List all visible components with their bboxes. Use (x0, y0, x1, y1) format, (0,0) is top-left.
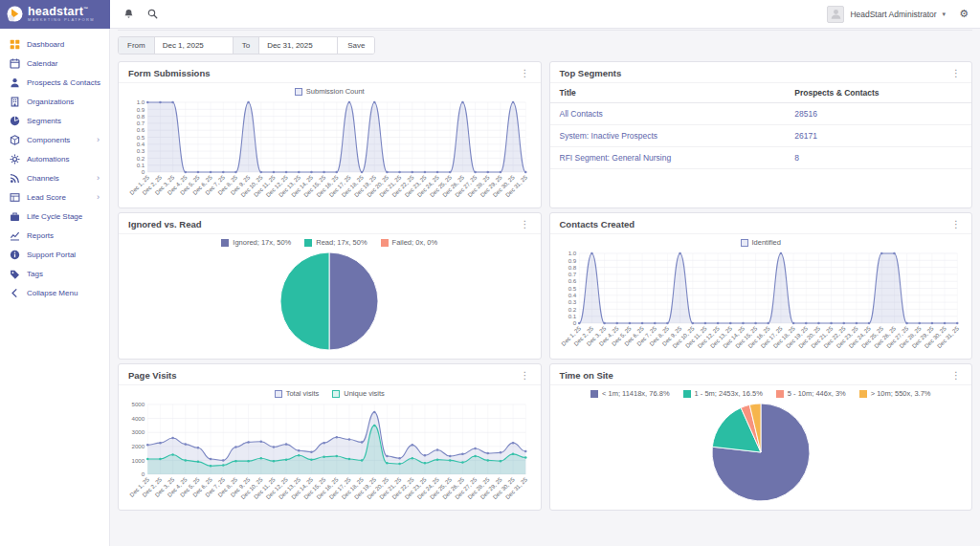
sidebar-item-prospects-contacts[interactable]: Prospects & Contacts (0, 73, 109, 92)
widget-menu-button[interactable]: ⋮ (950, 69, 962, 78)
legend-swatch (741, 239, 748, 247)
sidebar-item-label: Reports (27, 231, 54, 240)
legend-swatch (332, 390, 340, 398)
brand-tagline: MARKETING PLATFORM (28, 18, 95, 22)
sidebar-item-tags[interactable]: Tags (0, 264, 109, 283)
svg-text:0.4: 0.4 (137, 141, 145, 147)
legend-swatch (381, 239, 389, 247)
sidebar-item-label: Collapse Menu (27, 289, 78, 297)
person-icon (10, 77, 20, 88)
settings-gear-icon[interactable]: ⚙ (959, 8, 969, 20)
table-row: System: Inactive Prospects26171 (550, 125, 972, 147)
legend-item[interactable]: Total visits (275, 389, 320, 398)
widget-ignored-vs-read: Ignored vs. Read ⋮ Ignored; 17x, 50%Read… (118, 212, 542, 360)
time-on-site-pie (556, 400, 967, 505)
building-icon (10, 97, 20, 107)
main-content: Dashboard Save ▾ From To Save Form Submi… (110, 0, 980, 511)
svg-text:0.3: 0.3 (568, 298, 576, 305)
legend-label: 1 - 5m; 2453x, 16.5% (695, 389, 763, 398)
search-icon[interactable] (147, 9, 158, 19)
sidebar-item-collapse-menu[interactable]: Collapse Menu (0, 283, 109, 302)
sidebar-item-channels[interactable]: Channels› (0, 168, 109, 187)
svg-text:0.4: 0.4 (568, 292, 576, 298)
info-icon (10, 250, 20, 260)
sidebar-item-label: Prospects & Contacts (27, 78, 100, 87)
notifications-bell-icon[interactable] (123, 9, 134, 19)
widget-menu-button[interactable]: ⋮ (520, 371, 531, 381)
date-to-input[interactable] (259, 37, 338, 54)
widget-time-on-site: Time on Site ⋮ < 1m; 11418x, 76.8%1 - 5m… (549, 363, 973, 511)
legend-item[interactable]: < 1m; 11418x, 76.8% (590, 389, 670, 398)
gear-icon (10, 154, 20, 164)
page-visits-chart: Total visitsUnique visits010002000300040… (119, 385, 541, 510)
svg-text:0.7: 0.7 (137, 120, 145, 126)
widget-menu-button[interactable]: ⋮ (520, 69, 531, 78)
svg-text:0.6: 0.6 (568, 277, 576, 284)
segment-link[interactable]: System: Inactive Prospects (560, 131, 658, 141)
sidebar-item-label: Calendar (27, 59, 57, 68)
legend-item[interactable]: Unique visits (332, 389, 385, 398)
sidebar-item-label: Tags (27, 270, 43, 278)
legend-swatch (683, 390, 691, 398)
legend-item[interactable]: > 10m; 550x, 3.7% (859, 389, 931, 398)
topbar: headstart™ MARKETING PLATFORM HeadStart … (0, 0, 980, 29)
svg-text:1000: 1000 (131, 457, 145, 464)
widget-menu-button[interactable]: ⋮ (520, 220, 531, 229)
brand-logo-icon (7, 6, 23, 22)
widget-title: Time on Site (560, 370, 613, 381)
legend-swatch (304, 239, 312, 247)
sidebar-item-segments[interactable]: Segments (0, 111, 109, 130)
svg-text:0.6: 0.6 (137, 126, 145, 133)
svg-text:0: 0 (142, 470, 145, 477)
legend-label: Unique visits (344, 389, 385, 398)
widget-contacts-created: Contacts Created ⋮ Identified00.10.20.30… (549, 212, 973, 360)
segment-count: 28516 (785, 103, 971, 125)
legend-swatch (859, 390, 867, 398)
svg-text:5000: 5000 (131, 401, 145, 407)
widget-menu-button[interactable]: ⋮ (950, 371, 962, 381)
legend-item[interactable]: 1 - 5m; 2453x, 16.5% (683, 389, 763, 398)
svg-text:0.1: 0.1 (137, 162, 145, 168)
legend-item[interactable]: 5 - 10m; 446x, 3% (776, 389, 846, 398)
sidebar-nav: DashboardCalendarProspects & ContactsOrg… (0, 34, 109, 302)
broadcast-icon (10, 173, 20, 184)
legend-item[interactable]: Failed; 0x, 0% (381, 238, 438, 247)
segment-count: 26171 (785, 125, 971, 147)
svg-text:0.8: 0.8 (568, 264, 576, 271)
sidebar-item-dashboard[interactable]: Dashboard (0, 34, 109, 54)
widget-title: Ignored vs. Read (128, 219, 202, 229)
legend-label: Failed; 0x, 0% (392, 238, 438, 247)
sidebar-item-support-portal[interactable]: Support Portal (0, 245, 109, 264)
sidebar-item-reports[interactable]: Reports (0, 226, 109, 245)
table-row: RFI Segment: General Nursing8 (550, 147, 972, 169)
user-menu-caret-icon[interactable]: ▾ (943, 11, 947, 18)
cube-icon (10, 135, 20, 145)
sidebar-item-organizations[interactable]: Organizations (0, 92, 109, 111)
brand-logo[interactable]: headstart™ MARKETING PLATFORM (0, 0, 110, 29)
sidebar-item-automations[interactable]: Automations (0, 149, 109, 168)
legend-item[interactable]: Submission Count (295, 87, 365, 96)
calendar-icon (10, 58, 20, 69)
date-from-input[interactable] (155, 37, 234, 54)
segment-link[interactable]: RFI Segment: General Nursing (560, 153, 672, 163)
sidebar-item-calendar[interactable]: Calendar (0, 54, 109, 73)
legend-item[interactable]: Identified (741, 238, 781, 247)
legend-item[interactable]: Read; 17x, 50% (304, 238, 367, 247)
widget-title: Contacts Created (560, 219, 635, 229)
date-filter-save-button[interactable]: Save (338, 37, 374, 54)
widget-menu-button[interactable]: ⋮ (950, 220, 962, 229)
svg-text:2000: 2000 (131, 443, 145, 449)
sidebar-item-label: Components (27, 136, 70, 144)
legend-label: Ignored; 17x, 50% (233, 238, 291, 247)
legend-item[interactable]: Ignored; 17x, 50% (221, 238, 291, 247)
segment-count: 8 (785, 147, 971, 169)
user-menu[interactable]: HeadStart Administrator (850, 10, 936, 19)
form-submissions-plot: 00.10.20.30.40.50.60.70.80.91.0Dec 1, 25… (124, 98, 535, 205)
segment-link[interactable]: All Contacts (560, 109, 603, 119)
sidebar-item-components[interactable]: Components› (0, 130, 109, 149)
user-avatar[interactable] (827, 6, 844, 23)
svg-text:0.8: 0.8 (137, 113, 145, 120)
sidebar-item-lead-score[interactable]: Lead Score› (0, 187, 109, 207)
time-on-site-chart: < 1m; 11418x, 76.8%1 - 5m; 2453x, 16.5%5… (550, 385, 972, 510)
sidebar-item-life-cycle-stage[interactable]: Life Cycle Stage (0, 207, 109, 226)
